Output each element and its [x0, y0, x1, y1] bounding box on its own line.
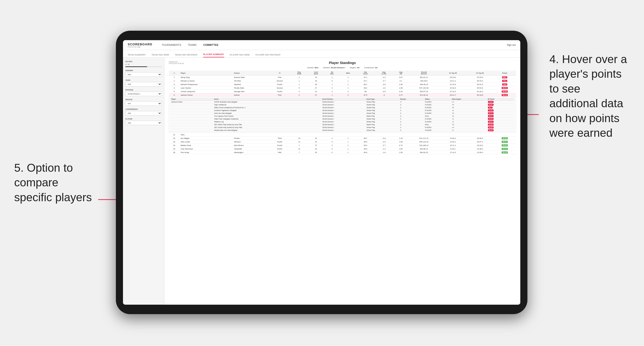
- tablet-frame: SCOREBOARD Powered by clippi TOURNAMENTS…: [116, 31, 528, 314]
- tooltip-inner-row: Fallen Oak Collegiate Invitational NCAA …: [170, 118, 514, 120]
- table-row: 21 Tach...: [169, 133, 516, 137]
- tooltip-inner-row: The Cypress Point Classic NCAA Division …: [170, 115, 514, 118]
- nav-teams[interactable]: TEAMS: [188, 43, 196, 47]
- update-time: Update time: 27/01/2024 16:56:26: [169, 61, 184, 64]
- table-row: 25 Cole Sherwood Vanderbilt Fourth 12 23…: [169, 147, 516, 151]
- annotation-left: 5. Option to compare specific players: [14, 161, 94, 205]
- division-select[interactable]: NCAA Division I: [125, 92, 162, 96]
- col-school: School: [233, 71, 269, 76]
- col-player: Player: [180, 71, 233, 76]
- name-1: Wenyi Ding: [180, 76, 233, 79]
- table-row: 4 Luke Clanton Florida State Second 5 27…: [169, 86, 516, 90]
- gender-label: Gender: [125, 69, 162, 72]
- sidebar-conference: Conference (All): [125, 108, 162, 116]
- tooltip-inner-row: Williams Cup NCAA Division I Stroke Play…: [170, 120, 514, 123]
- col-no-rds: NoRds.: [324, 71, 340, 76]
- table-row: 2 Michael La Sasso Ole Miss Second 1 18 …: [169, 79, 516, 83]
- conference-select[interactable]: (All): [125, 111, 162, 116]
- tooltip-inner-row: Mirabel Maui Jim Intercollegiate NCAA Di…: [170, 129, 514, 132]
- tt-col-rank-impact: Rank Impact: [451, 98, 487, 101]
- annotation-right: 4. Hover over a player's points to see a…: [550, 52, 630, 140]
- tt-col-player: Player: [170, 98, 213, 101]
- table-row: 24 Bastien Amat New Mexico Fourth 1 27 2…: [169, 144, 516, 147]
- gender-select[interactable]: Men: [125, 72, 162, 77]
- region-select[interactable]: N/A: [125, 101, 162, 106]
- tooltip-inner-row: SEC Match Play hosted by Jerry Pate NCAA…: [170, 123, 514, 126]
- col-reg-rank: RegRank: [291, 71, 308, 76]
- rds-1: 1: [324, 76, 340, 79]
- sidebar-player: Player (All): [125, 118, 162, 125]
- col-conf-rank: ConfRank: [308, 71, 324, 76]
- table-row-hovered: 6 Jackson Kohon Auburn First 2 27 1 2 67…: [169, 93, 516, 97]
- nav-committee[interactable]: COMMITTEE: [203, 43, 218, 47]
- reg-1: 1: [291, 76, 308, 79]
- sidebar: No Rds. 4 52 Gender Men Yea: [123, 58, 164, 305]
- sg-1: 3.07: [393, 76, 408, 79]
- tab-player-h2h-heatmap[interactable]: PLAYER H2H HEATMAP: [256, 52, 280, 57]
- col-overall: OverallRecord: [408, 71, 440, 76]
- no-rds-min: 4: [125, 63, 126, 65]
- data-panel: Update time: 27/01/2024 16:56:26 Player …: [164, 58, 520, 305]
- sidebar-year: Year (All): [125, 79, 162, 86]
- tt-col-division: Event Division: [322, 98, 366, 101]
- year-select[interactable]: (All): [125, 82, 162, 86]
- col-sg: AvgSG: [393, 71, 408, 76]
- player-select[interactable]: (All): [125, 121, 162, 125]
- tt-col-rounds: Rounds: [399, 98, 424, 101]
- sidebar-gender: Gender Men: [125, 69, 162, 77]
- tooltip-inner-row: Amer Am Intercollegiate NCAA Division I …: [170, 112, 514, 115]
- overall-1: 381-61-11: [408, 76, 440, 79]
- tooltip-inner-row: Jackson Kohon UNCW Seahawk Intercollegia…: [170, 101, 514, 103]
- col-vs-top25: Vs Top 25: [440, 71, 466, 76]
- tab-team-h2h-heatmap[interactable]: TEAM H2H HEATMAP: [175, 52, 198, 57]
- tooltip-inner-table: Player Event Event Division Event Type R…: [170, 98, 514, 132]
- wins-1: 1: [340, 76, 356, 79]
- filter-row: Gender: Men Division: NCAA Division I Re…: [169, 67, 516, 69]
- table-row: 3 Michael Thorbjornsen Stanford Fourth 1…: [169, 83, 516, 86]
- yr-1: First: [268, 76, 291, 79]
- division-label: Division: [125, 89, 162, 91]
- region-label: Region: [125, 99, 162, 101]
- filter-conference: Conference: All: [364, 67, 378, 69]
- tt-col-event: Event: [213, 98, 322, 101]
- vs25-1: 29-15-0: [440, 76, 466, 79]
- rank-1: 1: [169, 76, 180, 79]
- tablet-screen: SCOREBOARD Powered by clippi TOURNAMENTS…: [123, 40, 520, 305]
- sidebar-division: Division NCAA Division I: [125, 89, 162, 96]
- col-adj-score: Adj.Score: [356, 71, 375, 76]
- player-label: Player: [125, 118, 162, 120]
- no-rds-row: 4 52: [125, 63, 162, 65]
- filter-region: Region: All: [350, 67, 360, 69]
- sidebar-region: Region N/A: [125, 99, 162, 106]
- tooltip-inner-row: Southern Highlands Collegiate NCAA Divis…: [170, 109, 514, 112]
- tab-bar: TEAM SUMMARY TEAM H2H GRID TEAM H2H HEAT…: [123, 50, 520, 58]
- nav-right: Sign out: [507, 44, 516, 46]
- main-content: No Rds. 4 52 Gender Men Yea: [123, 58, 520, 305]
- tab-team-h2h-grid[interactable]: TEAM H2H GRID: [152, 52, 169, 57]
- tt-col-w-points: W Points: [487, 98, 514, 101]
- no-rds-label: No Rds.: [125, 60, 162, 63]
- logo-sub: Powered by clippi: [128, 46, 152, 48]
- range-slider[interactable]: [125, 66, 162, 67]
- tt-col-type: Event Type: [366, 98, 399, 101]
- col-points: Points: [494, 71, 516, 76]
- nav-tournaments[interactable]: TOURNAMENTS: [162, 43, 182, 47]
- filter-gender: Gender: Men: [307, 67, 318, 69]
- tab-team-summary[interactable]: TEAM SUMMARY: [128, 52, 146, 57]
- col-to-par: Avg.to Par: [374, 71, 393, 76]
- no-rds-max: 52: [128, 63, 129, 65]
- sign-out-link[interactable]: Sign out: [507, 44, 516, 46]
- tab-player-h2h-grid[interactable]: PLAYER H2H GRID: [230, 52, 250, 57]
- conference-label: Conference: [125, 108, 162, 110]
- pts-1[interactable]: 88.2: [494, 76, 516, 79]
- par-1: -3.2: [374, 76, 393, 79]
- range-fill: [125, 66, 147, 67]
- tab-player-summary[interactable]: PLAYER SUMMARY: [203, 52, 224, 57]
- tt-col-status: Status: [424, 98, 451, 101]
- standings-table: # Player School Yr RegRank ConfRank NoRd…: [169, 71, 516, 154]
- logo-text: SCOREBOARD: [128, 42, 152, 46]
- table-row: 22 Ian Gilligan Florida Third 10 24 1 1 …: [169, 137, 516, 140]
- tooltip-inner-row: SEC Stroke Play hosted by Jerry Pate NCA…: [170, 126, 514, 129]
- col-vs-top50: Vs Top 50: [466, 71, 494, 76]
- table-row: 5 Christo Lamprecht Georgia Tech Fourth …: [169, 90, 516, 93]
